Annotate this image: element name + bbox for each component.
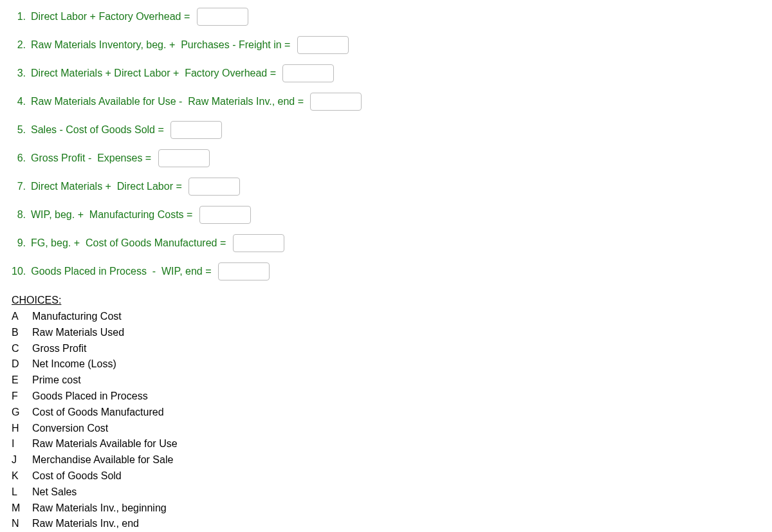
question-number: 4. xyxy=(12,96,26,107)
question-text: WIP, beg. + Manufacturing Costs = xyxy=(31,209,196,221)
question-text: Raw Materials Inventory, beg. + Purchase… xyxy=(31,39,293,51)
question-row: 7. Direct Materials + Direct Labor = xyxy=(12,178,760,196)
choice-label: Net Income (Loss) xyxy=(32,356,116,372)
choice-letter: N xyxy=(12,516,23,532)
choices-header: CHOICES: xyxy=(12,295,760,306)
question-text: FG, beg. + Cost of Goods Manufactured = xyxy=(31,237,229,249)
choice-row: L Net Sales xyxy=(12,484,760,500)
question-number: 2. xyxy=(12,39,26,51)
answer-input-10[interactable] xyxy=(218,262,270,280)
choice-row: F Goods Placed in Process xyxy=(12,389,760,405)
choice-label: Prime cost xyxy=(32,372,81,389)
question-number: 7. xyxy=(12,181,26,192)
choice-label: Manufacturing Cost xyxy=(32,309,122,325)
choice-letter: B xyxy=(12,325,23,341)
question-row: 6. Gross Profit - Expenses = xyxy=(12,149,760,167)
choice-letter: L xyxy=(12,484,23,500)
question-row: 10. Goods Placed in Process - WIP, end = xyxy=(12,262,760,280)
choice-letter: D xyxy=(12,356,23,372)
choice-letter: A xyxy=(12,309,23,325)
choice-letter: F xyxy=(12,389,23,405)
answer-input-9[interactable] xyxy=(233,234,284,252)
choice-label: Net Sales xyxy=(32,484,77,500)
choice-label: Gross Profit xyxy=(32,341,86,357)
question-number: 9. xyxy=(12,237,26,249)
question-row: 9. FG, beg. + Cost of Goods Manufactured… xyxy=(12,234,760,252)
question-number: 8. xyxy=(12,209,26,221)
choice-letter: M xyxy=(12,500,23,517)
choice-label: Raw Materials Inv., end xyxy=(32,516,139,532)
choice-label: Cost of Goods Manufactured xyxy=(32,405,164,421)
answer-input-4[interactable] xyxy=(310,93,362,111)
answer-input-7[interactable] xyxy=(188,178,240,196)
question-text: Raw Materials Available for Use - Raw Ma… xyxy=(31,96,306,107)
choice-row: G Cost of Goods Manufactured xyxy=(12,405,760,421)
answer-input-6[interactable] xyxy=(158,149,210,167)
question-row: 5. Sales - Cost of Goods Sold = xyxy=(12,121,760,139)
choices-section: CHOICES: A Manufacturing Cost B Raw Mate… xyxy=(12,295,760,532)
answer-input-8[interactable] xyxy=(199,206,251,224)
question-number: 10. xyxy=(12,266,26,277)
choice-letter: H xyxy=(12,421,23,437)
choice-letter: J xyxy=(12,452,23,468)
choice-row: B Raw Materials Used xyxy=(12,325,760,341)
choice-label: Raw Materials Used xyxy=(32,325,124,341)
choice-letter: I xyxy=(12,436,23,452)
choice-row: D Net Income (Loss) xyxy=(12,356,760,372)
choice-letter: G xyxy=(12,405,23,421)
choice-row: M Raw Materials Inv., beginning xyxy=(12,500,760,517)
choice-row: C Gross Profit xyxy=(12,341,760,357)
question-number: 1. xyxy=(12,11,26,23)
choice-row: H Conversion Cost xyxy=(12,421,760,437)
choice-row: J Merchandise Available for Sale xyxy=(12,452,760,468)
question-number: 3. xyxy=(12,68,26,79)
choice-row: N Raw Materials Inv., end xyxy=(12,516,760,532)
choice-label: Cost of Goods Sold xyxy=(32,468,122,484)
question-text: Gross Profit - Expenses = xyxy=(31,152,154,164)
question-row: 2. Raw Materials Inventory, beg. + Purch… xyxy=(12,36,760,54)
choice-letter: K xyxy=(12,468,23,484)
choice-row: A Manufacturing Cost xyxy=(12,309,760,325)
questions-list: 1. Direct Labor + Factory Overhead = 2. … xyxy=(12,8,760,280)
question-row: 4. Raw Materials Available for Use - Raw… xyxy=(12,93,760,111)
choice-label: Goods Placed in Process xyxy=(32,389,148,405)
choice-letter: E xyxy=(12,372,23,389)
choice-label: Conversion Cost xyxy=(32,421,108,437)
choice-letter: C xyxy=(12,341,23,357)
question-row: 8. WIP, beg. + Manufacturing Costs = xyxy=(12,206,760,224)
choice-row: E Prime cost xyxy=(12,372,760,389)
question-text: Direct Materials + Direct Labor = xyxy=(31,181,185,192)
choice-label: Raw Materials Inv., beginning xyxy=(32,500,167,517)
answer-input-3[interactable] xyxy=(282,64,334,82)
question-number: 6. xyxy=(12,152,26,164)
question-text: Sales - Cost of Goods Sold = xyxy=(31,124,167,136)
choice-label: Merchandise Available for Sale xyxy=(32,452,173,468)
answer-input-5[interactable] xyxy=(170,121,222,139)
question-text: Direct Labor + Factory Overhead = xyxy=(31,11,193,23)
question-number: 5. xyxy=(12,124,26,136)
choice-row: K Cost of Goods Sold xyxy=(12,468,760,484)
answer-input-2[interactable] xyxy=(297,36,349,54)
choice-label: Raw Materials Available for Use xyxy=(32,436,178,452)
answer-input-1[interactable] xyxy=(197,8,248,26)
question-text: Goods Placed in Process - WIP, end = xyxy=(31,266,214,277)
question-row: 1. Direct Labor + Factory Overhead = xyxy=(12,8,760,26)
choice-row: I Raw Materials Available for Use xyxy=(12,436,760,452)
question-row: 3. Direct Materials + Direct Labor + Fac… xyxy=(12,64,760,82)
question-text: Direct Materials + Direct Labor + Factor… xyxy=(31,68,279,79)
